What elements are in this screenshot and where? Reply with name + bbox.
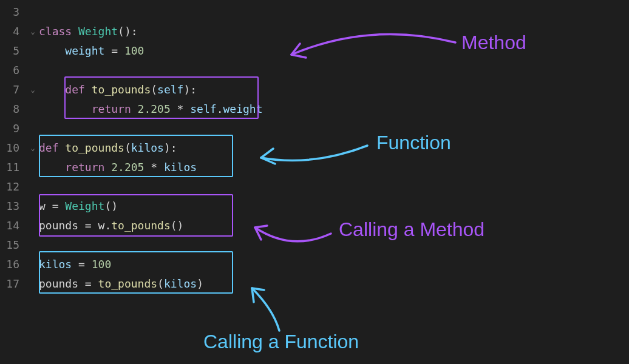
line-number: 8 <box>0 99 19 119</box>
code-line: kilos = 100 <box>39 255 629 274</box>
code-content[interactable]: class Weight(): weight = 100 def to_poun… <box>39 2 629 294</box>
line-number: 10 <box>0 138 19 158</box>
code-line: return 2.205 * self.weight <box>39 99 629 119</box>
function-label: Function <box>376 132 451 154</box>
fold-gutter: ⌄ ⌄ ⌄ <box>27 2 39 294</box>
code-line: w = Weight() <box>39 197 629 216</box>
line-number: 12 <box>0 177 19 197</box>
line-number: 6 <box>0 61 19 80</box>
line-number: 9 <box>0 119 19 138</box>
code-line: pounds = w.to_pounds() <box>39 216 629 235</box>
line-number: 5 <box>0 41 19 61</box>
method-label: Method <box>461 32 526 54</box>
code-line <box>39 119 629 138</box>
code-line <box>39 61 629 80</box>
code-line: def to_pounds(kilos): <box>39 138 629 158</box>
call-method-label: Calling a Method <box>339 218 484 241</box>
call-function-label: Calling a Function <box>203 331 359 353</box>
line-number: 15 <box>0 235 19 255</box>
code-line <box>39 235 629 255</box>
code-line: return 2.205 * kilos <box>39 158 629 177</box>
chevron-down-icon: ⌄ <box>30 22 35 41</box>
line-number: 17 <box>0 274 19 294</box>
line-number: 16 <box>0 255 19 274</box>
line-number: 7 <box>0 80 19 99</box>
code-line: class Weight(): <box>39 22 629 41</box>
line-number: 4 <box>0 22 19 41</box>
chevron-down-icon: ⌄ <box>30 80 35 99</box>
code-line <box>39 2 629 22</box>
code-line: weight = 100 <box>39 41 629 61</box>
code-line <box>39 177 629 197</box>
line-number: 13 <box>0 197 19 216</box>
code-editor: 3 4 5 6 7 8 9 10 11 12 13 14 15 16 17 ⌄ … <box>0 0 629 294</box>
line-number-gutter: 3 4 5 6 7 8 9 10 11 12 13 14 15 16 17 <box>0 2 27 294</box>
code-line: pounds = to_pounds(kilos) <box>39 274 629 294</box>
fold-toggle[interactable]: ⌄ <box>27 138 39 158</box>
line-number: 14 <box>0 216 19 235</box>
fold-toggle[interactable]: ⌄ <box>27 80 39 99</box>
fold-toggle[interactable]: ⌄ <box>27 22 39 41</box>
code-line: def to_pounds(self): <box>39 80 629 99</box>
chevron-down-icon: ⌄ <box>30 138 35 158</box>
line-number: 3 <box>0 2 19 22</box>
line-number: 11 <box>0 158 19 177</box>
